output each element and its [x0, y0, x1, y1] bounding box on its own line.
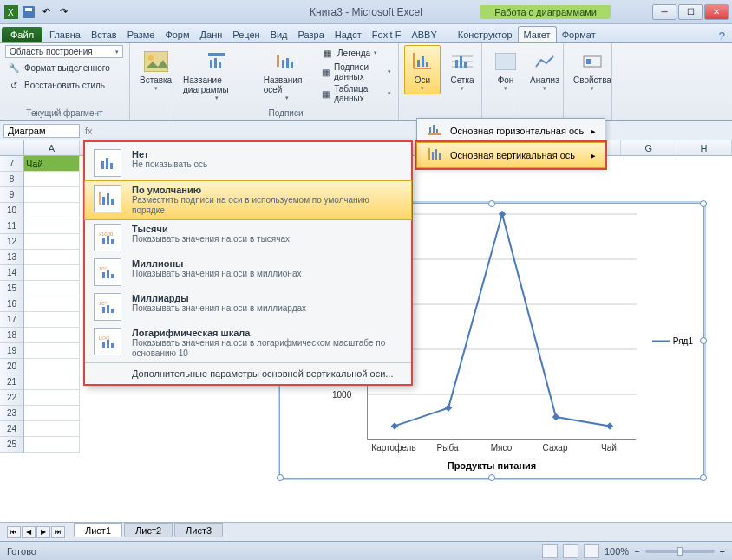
cell[interactable]: [24, 421, 80, 437]
row-header[interactable]: 24: [0, 421, 24, 437]
tab-addins[interactable]: Надст: [330, 27, 367, 42]
cell[interactable]: [24, 234, 80, 250]
redo-icon[interactable]: ↷: [56, 4, 71, 20]
row-header[interactable]: 14: [0, 265, 24, 281]
row-header[interactable]: 10: [0, 203, 24, 218]
tab-developer[interactable]: Разра: [293, 27, 330, 42]
sheet-tab-1[interactable]: Лист1: [74, 523, 122, 537]
row-header[interactable]: 22: [0, 390, 24, 406]
axis-option-default[interactable]: По умолчаниюРазместить подписи на оси в …: [84, 180, 412, 220]
row-header[interactable]: 19: [0, 343, 24, 359]
sheet-tab-3[interactable]: Лист3: [174, 523, 223, 537]
tab-pagelayout[interactable]: Разме: [122, 27, 160, 42]
more-axis-options[interactable]: Дополнительные параметры основной вертик…: [85, 362, 411, 381]
row-header[interactable]: 8: [0, 172, 24, 187]
zoom-out[interactable]: −: [634, 546, 639, 557]
cell[interactable]: [24, 265, 80, 281]
cell[interactable]: [24, 312, 80, 328]
cell[interactable]: [24, 296, 80, 312]
data-labels-button[interactable]: ▦Подписи данных ▾: [318, 62, 393, 82]
name-box[interactable]: Диаграм: [3, 124, 80, 138]
cell[interactable]: [24, 390, 80, 406]
x-axis-title[interactable]: Продукты питания: [448, 460, 537, 471]
cell[interactable]: [24, 359, 80, 374]
zoom-in[interactable]: +: [720, 546, 725, 557]
row-header[interactable]: 9: [0, 187, 24, 203]
row-header[interactable]: 20: [0, 359, 24, 374]
row-header[interactable]: 11: [0, 218, 24, 234]
tab-home[interactable]: Главна: [44, 27, 86, 42]
col-header[interactable]: G: [621, 140, 676, 155]
select-all-corner[interactable]: [0, 140, 24, 155]
cell[interactable]: [24, 406, 80, 421]
view-normal[interactable]: [542, 544, 558, 558]
tab-abby[interactable]: ABBY: [406, 27, 441, 42]
row-header[interactable]: 17: [0, 312, 24, 328]
tab-nav-next[interactable]: ▶: [36, 526, 50, 538]
gridlines-button[interactable]: Сетка▾: [444, 45, 480, 94]
tab-format[interactable]: Формат: [557, 27, 601, 42]
format-selection-button[interactable]: 🔧Формат выделенного: [5, 60, 112, 75]
insert-button[interactable]: Вставка▾: [135, 45, 176, 94]
tab-design[interactable]: Конструктор: [453, 27, 518, 42]
row-header[interactable]: 18: [0, 328, 24, 343]
properties-button[interactable]: Свойства▾: [569, 45, 616, 94]
cell[interactable]: [24, 437, 80, 453]
tab-nav-first[interactable]: ⏮: [7, 526, 21, 538]
tab-insert[interactable]: Встав: [86, 27, 122, 42]
sheet-tab-2[interactable]: Лист2: [124, 523, 173, 537]
col-header[interactable]: A: [24, 140, 80, 155]
cell[interactable]: [24, 172, 80, 187]
analysis-button[interactable]: Анализ▾: [526, 45, 564, 94]
axis-option-log[interactable]: LOG Логарифмическая шкалаПоказывать знач…: [85, 324, 411, 362]
row-header[interactable]: 15: [0, 281, 24, 296]
axis-option-none[interactable]: НетНе показывать ось: [85, 146, 411, 180]
tab-nav-prev[interactable]: ◀: [22, 526, 36, 538]
reset-style-button[interactable]: ↺Восстановить стиль: [5, 77, 107, 93]
tab-layout[interactable]: Макет: [518, 26, 557, 42]
cell[interactable]: [24, 374, 80, 390]
legend-button[interactable]: ▦Легенда ▾: [318, 45, 393, 61]
data-table-button[interactable]: ▦Таблица данных ▾: [318, 83, 393, 104]
minimize-button[interactable]: ─: [652, 4, 676, 20]
chart-title-button[interactable]: Название диаграммы▾: [179, 45, 256, 104]
axes-button[interactable]: Оси▾: [404, 45, 441, 94]
chart-element-selector[interactable]: Область построения▾: [5, 45, 123, 58]
col-header[interactable]: H: [676, 140, 732, 155]
undo-icon[interactable]: ↶: [38, 4, 54, 20]
zoom-slider[interactable]: [645, 550, 715, 553]
cell[interactable]: [24, 250, 80, 265]
axis-titles-button[interactable]: Названия осей▾: [259, 45, 315, 104]
row-header[interactable]: 12: [0, 234, 24, 250]
help-icon[interactable]: ?: [719, 29, 725, 42]
view-pagebreak[interactable]: [584, 544, 599, 558]
axis-option-thousands[interactable]: x1000 ТысячиПоказывать значения на оси в…: [85, 220, 411, 255]
axis-option-millions[interactable]: 10⁶ МиллионыПоказывать значения на оси в…: [85, 255, 411, 290]
cell[interactable]: [24, 343, 80, 359]
row-header[interactable]: 7: [0, 156, 24, 172]
tab-formulas[interactable]: Форм: [160, 27, 194, 42]
cell[interactable]: [24, 281, 80, 296]
tab-view[interactable]: Вид: [265, 27, 293, 42]
tab-nav-last[interactable]: ⏭: [51, 526, 65, 538]
maximize-button[interactable]: ☐: [678, 4, 703, 20]
row-header[interactable]: 16: [0, 296, 24, 312]
cell[interactable]: [24, 203, 80, 218]
file-tab[interactable]: Файл: [2, 27, 42, 42]
tab-review[interactable]: Рецен: [227, 27, 265, 42]
view-layout[interactable]: [563, 544, 578, 558]
cell[interactable]: Чай: [24, 156, 80, 172]
chart-legend[interactable]: Ряд1: [652, 336, 693, 346]
row-header[interactable]: 25: [0, 437, 24, 453]
horizontal-axis-item[interactable]: Основная горизонтальная ось ▸: [417, 119, 605, 143]
cell[interactable]: [24, 328, 80, 343]
tab-data[interactable]: Данн: [195, 27, 228, 42]
vertical-axis-item[interactable]: Основная вертикальная ось ▸: [416, 142, 605, 168]
cell[interactable]: [24, 187, 80, 203]
axis-option-billions[interactable]: 10⁹ МиллиардыПоказывать значения на оси …: [85, 290, 411, 324]
save-icon[interactable]: [21, 4, 36, 20]
row-header[interactable]: 23: [0, 406, 24, 421]
background-button[interactable]: Фон▾: [487, 45, 524, 94]
row-header[interactable]: 21: [0, 374, 24, 390]
row-header[interactable]: 13: [0, 250, 24, 265]
